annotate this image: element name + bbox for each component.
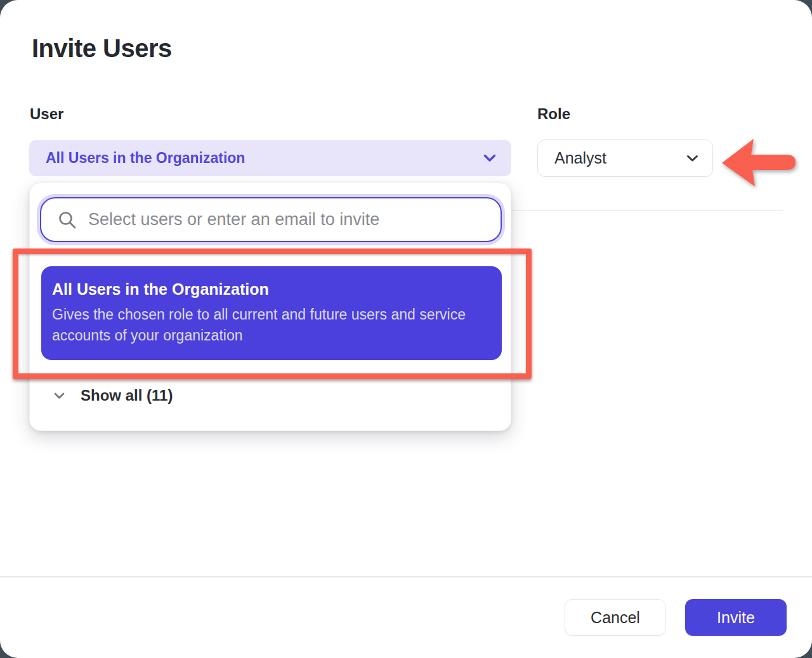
user-search-box [40, 197, 502, 242]
user-select-value: All Users in the Organization [46, 150, 483, 167]
cancel-button[interactable]: Cancel [565, 599, 666, 636]
role-field-label: Role [537, 105, 570, 123]
footer-divider [0, 576, 812, 577]
option-all-users[interactable]: All Users in the Organization Gives the … [41, 266, 502, 360]
option-description: Gives the chosen role to all current and… [52, 304, 481, 346]
user-select[interactable]: All Users in the Organization [29, 140, 511, 176]
annotation-arrow-icon [719, 131, 798, 193]
chevron-down-icon [483, 154, 496, 162]
option-title: All Users in the Organization [52, 280, 483, 299]
user-field-label: User [30, 105, 63, 123]
role-select[interactable]: Analyst [537, 139, 713, 177]
user-dropdown-panel: All Users in the Organization Gives the … [29, 183, 511, 431]
search-icon [58, 210, 77, 229]
role-select-value: Analyst [554, 149, 686, 167]
chevron-down-icon [54, 392, 65, 399]
show-all-toggle[interactable]: Show all (11) [30, 380, 511, 411]
page-title: Invite Users [32, 34, 172, 63]
user-search-input[interactable] [88, 210, 488, 229]
invite-users-dialog: Invite Users User Role All Users in the … [0, 0, 812, 658]
chevron-down-icon [686, 155, 698, 162]
show-all-label: Show all (11) [81, 387, 173, 404]
section-divider [512, 210, 783, 211]
invite-button[interactable]: Invite [685, 599, 787, 636]
